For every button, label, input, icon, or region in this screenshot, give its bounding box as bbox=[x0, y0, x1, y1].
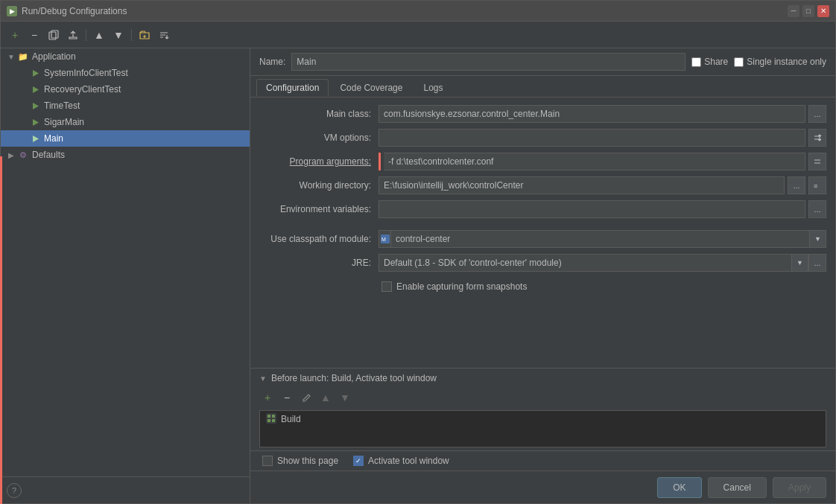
run-icon bbox=[29, 83, 41, 95]
help-button[interactable]: ? bbox=[7, 483, 22, 498]
run-debug-dialog: ▶ Run/Debug Configurations ─ □ ✕ + − ▲ ▼ bbox=[0, 0, 836, 504]
tree-item-application-group[interactable]: ▼ 📁 Application bbox=[1, 48, 250, 65]
classpath-module-select[interactable]: control-center bbox=[390, 230, 810, 248]
name-input[interactable] bbox=[291, 53, 685, 71]
spacer bbox=[19, 118, 28, 127]
bl-down-button[interactable]: ▼ bbox=[337, 389, 353, 406]
classpath-module-select-wrap: M control-center ▼ bbox=[379, 230, 826, 248]
working-dir-label: Working directory: bbox=[259, 180, 379, 191]
svg-rect-17 bbox=[272, 415, 275, 418]
build-icon bbox=[266, 413, 276, 425]
titlebar-controls: ─ □ ✕ bbox=[788, 5, 829, 17]
program-args-expand-button[interactable] bbox=[808, 153, 826, 170]
env-vars-input[interactable] bbox=[379, 200, 805, 218]
sort-button[interactable] bbox=[156, 27, 172, 43]
working-dir-browse-button[interactable]: ... bbox=[788, 176, 805, 194]
close-button[interactable]: ✕ bbox=[817, 5, 829, 17]
jre-label: JRE: bbox=[259, 258, 379, 268]
run-icon bbox=[29, 100, 41, 112]
titlebar: ▶ Run/Debug Configurations ─ □ ✕ bbox=[1, 1, 835, 22]
tree-item-label: TimeTest bbox=[44, 101, 80, 111]
env-vars-row: Environment variables: ... bbox=[259, 199, 826, 220]
jre-select-wrap: Default (1.8 - SDK of 'control-center' m… bbox=[379, 254, 826, 272]
tree-item-label: Defaults bbox=[32, 150, 65, 160]
module-select-arrow: ▼ bbox=[810, 230, 826, 248]
maximize-button[interactable]: □ bbox=[802, 5, 814, 17]
working-dir-input-wrap: ... ≡ bbox=[379, 176, 826, 194]
tree-item-defaults[interactable]: ▶ ⚙ Defaults bbox=[1, 147, 250, 163]
expand-arrow: ▶ bbox=[7, 150, 16, 159]
add-config-button[interactable]: + bbox=[7, 27, 23, 43]
tree-item-sigarmain[interactable]: SigarMain bbox=[1, 114, 250, 130]
run-icon bbox=[29, 116, 41, 128]
snapshot-checkbox[interactable] bbox=[381, 281, 392, 292]
bl-remove-button[interactable]: − bbox=[279, 389, 295, 406]
before-launch-item-label: Build bbox=[281, 414, 301, 424]
spacer bbox=[19, 68, 28, 77]
copy-config-button[interactable] bbox=[45, 27, 62, 43]
snapshot-checkbox-wrap: Enable capturing form snapshots bbox=[379, 281, 527, 292]
apply-button[interactable]: Apply bbox=[773, 477, 826, 498]
ok-button[interactable]: OK bbox=[657, 477, 701, 498]
single-instance-label: Single instance only bbox=[747, 57, 826, 67]
single-instance-checkbox[interactable] bbox=[734, 57, 744, 67]
svg-text:M: M bbox=[381, 237, 386, 242]
tab-configuration[interactable]: Configuration bbox=[256, 79, 329, 97]
env-vars-browse-button[interactable]: ... bbox=[808, 200, 826, 218]
tab-code-coverage[interactable]: Code Coverage bbox=[330, 79, 412, 97]
share-config-button[interactable] bbox=[65, 27, 81, 43]
main-area: ▼ 📁 Application SystemInfoClientTest bbox=[1, 48, 835, 503]
working-dir-row: Working directory: ... ≡ bbox=[259, 175, 826, 196]
working-dir-input[interactable] bbox=[379, 176, 785, 194]
activate-tool-label: Activate tool window bbox=[368, 456, 449, 466]
svg-text:≡: ≡ bbox=[814, 182, 817, 190]
snapshot-row: Enable capturing form snapshots bbox=[259, 276, 826, 297]
working-dir-var-button[interactable]: ≡ bbox=[808, 176, 826, 194]
bl-edit-button[interactable] bbox=[298, 389, 314, 406]
window-title: Run/Debug Configurations bbox=[22, 6, 127, 16]
main-class-input[interactable] bbox=[379, 105, 805, 123]
svg-rect-18 bbox=[267, 419, 270, 422]
program-args-label: Program arguments: bbox=[259, 156, 379, 167]
tree-item-label: Application bbox=[32, 51, 76, 62]
main-class-label: Main class: bbox=[259, 109, 379, 119]
run-icon bbox=[29, 133, 41, 144]
main-class-row: Main class: ... bbox=[259, 103, 826, 124]
program-args-input[interactable] bbox=[384, 153, 805, 170]
move-down-button[interactable]: ▼ bbox=[110, 27, 127, 43]
minimize-button[interactable]: ─ bbox=[788, 5, 799, 17]
name-bar: Name: Share Single instance only bbox=[250, 48, 835, 76]
tree-item-recovery[interactable]: RecoveryClientTest bbox=[1, 81, 250, 98]
tabs-bar: Configuration Code Coverage Logs bbox=[250, 76, 835, 98]
name-label: Name: bbox=[259, 57, 285, 67]
before-launch-collapse-arrow[interactable]: ▼ bbox=[259, 374, 267, 383]
jre-select-arrow: ▼ bbox=[792, 254, 808, 272]
jre-browse-button[interactable]: ... bbox=[808, 254, 826, 272]
config-tree: ▼ 📁 Application SystemInfoClientTest bbox=[1, 48, 250, 163]
show-page-checkbox[interactable] bbox=[262, 456, 273, 466]
move-up-button[interactable]: ▲ bbox=[91, 27, 107, 43]
show-page-wrap: Show this page bbox=[259, 456, 338, 466]
jre-select[interactable]: Default (1.8 - SDK of 'control-center' m… bbox=[379, 254, 792, 272]
main-class-browse-button[interactable]: ... bbox=[808, 105, 826, 123]
required-indicator bbox=[379, 153, 381, 170]
vm-options-expand-button[interactable] bbox=[808, 129, 826, 147]
tab-logs[interactable]: Logs bbox=[414, 79, 452, 97]
remove-config-button[interactable]: − bbox=[26, 27, 42, 43]
tree-item-system-info[interactable]: SystemInfoClientTest bbox=[1, 65, 250, 81]
cancel-button[interactable]: Cancel bbox=[708, 477, 767, 498]
activate-tool-checkbox[interactable] bbox=[353, 456, 364, 466]
bl-up-button[interactable]: ▲ bbox=[317, 389, 334, 406]
vm-options-input[interactable] bbox=[379, 129, 805, 147]
tree-item-main[interactable]: Main bbox=[1, 130, 250, 147]
jre-row: JRE: Default (1.8 - SDK of 'control-cent… bbox=[259, 252, 826, 273]
spacer bbox=[19, 85, 28, 94]
tree-item-timetest[interactable]: TimeTest bbox=[1, 98, 250, 114]
show-page-label: Show this page bbox=[277, 456, 338, 466]
create-folder-button[interactable] bbox=[136, 27, 153, 43]
share-checkbox[interactable] bbox=[691, 57, 701, 67]
config-form: Main class: ... VM options: bbox=[250, 98, 835, 362]
before-launch-item-build[interactable]: Build bbox=[260, 411, 826, 427]
bl-add-button[interactable]: + bbox=[259, 389, 276, 406]
before-launch-toolbar: + − ▲ ▼ bbox=[250, 388, 835, 407]
